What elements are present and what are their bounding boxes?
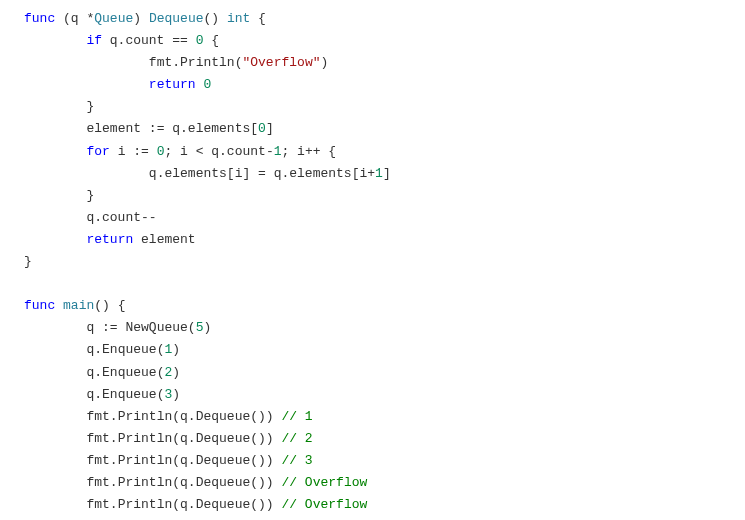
comment: // 3 <box>281 453 312 468</box>
code-line: q.Enqueue(1) <box>24 339 721 361</box>
code-line: q := NewQueue(5) <box>24 317 721 339</box>
code-line: q.Enqueue(2) <box>24 362 721 384</box>
code-line: func (q *Queue) Dequeue() int { <box>24 8 721 30</box>
code-line: if q.count == 0 { <box>24 30 721 52</box>
code-line: for i := 0; i < q.count-1; i++ { <box>24 141 721 163</box>
code-line: q.elements[i] = q.elements[i+1] <box>24 163 721 185</box>
code-line: } <box>24 516 721 520</box>
code-line: return element <box>24 229 721 251</box>
code-block: func (q *Queue) Dequeue() int { if q.cou… <box>0 0 745 520</box>
comment: // Overflow <box>281 475 367 490</box>
code-line <box>24 273 721 295</box>
comment: // 1 <box>281 409 312 424</box>
code-line: q.Enqueue(3) <box>24 384 721 406</box>
code-line: fmt.Println(q.Dequeue()) // Overflow <box>24 472 721 494</box>
keyword-func: func <box>24 11 55 26</box>
code-line: } <box>24 96 721 118</box>
code-line: fmt.Println("Overflow") <box>24 52 721 74</box>
comment: // 2 <box>281 431 312 446</box>
code-line: fmt.Println(q.Dequeue()) // Overflow <box>24 494 721 516</box>
comment: // Overflow <box>281 497 367 512</box>
code-line: fmt.Println(q.Dequeue()) // 2 <box>24 428 721 450</box>
code-line: element := q.elements[0] <box>24 118 721 140</box>
function-main: main <box>63 298 94 313</box>
code-line: fmt.Println(q.Dequeue()) // 3 <box>24 450 721 472</box>
string-literal: "Overflow" <box>242 55 320 70</box>
method-name: Dequeue <box>149 11 204 26</box>
code-line: fmt.Println(q.Dequeue()) // 1 <box>24 406 721 428</box>
code-line: } <box>24 185 721 207</box>
code-line: return 0 <box>24 74 721 96</box>
code-line: func main() { <box>24 295 721 317</box>
code-line: q.count-- <box>24 207 721 229</box>
code-line: } <box>24 251 721 273</box>
